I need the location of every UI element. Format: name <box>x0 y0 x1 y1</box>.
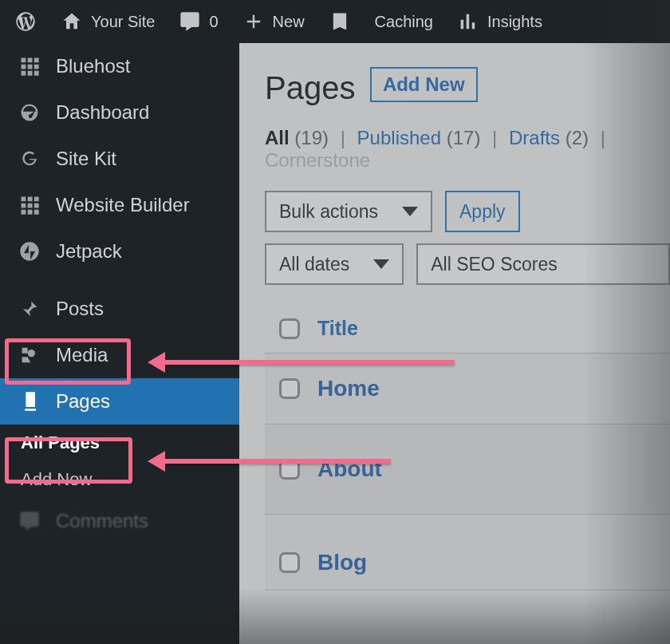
bars-icon <box>457 10 479 33</box>
select-all-checkbox[interactable] <box>279 318 300 339</box>
arrow-to-pages <box>152 459 391 464</box>
sidebar-item-label: Comments <box>56 510 148 532</box>
sidebar-item-label: Dashboard <box>56 101 149 124</box>
sidebar-item-jetpack[interactable]: Jetpack <box>0 228 239 275</box>
column-title[interactable]: Title <box>317 317 358 340</box>
sidebar-item-label: Bluehost <box>56 55 130 77</box>
date-filter-select[interactable]: All dates <box>265 243 404 285</box>
main-content: Pages Add New All (19) | Published (17) … <box>239 43 670 644</box>
insights-label: Insights <box>487 13 542 31</box>
sidebar-item-label: Posts <box>56 298 104 320</box>
table-row[interactable]: Blog <box>265 515 670 591</box>
filter-published[interactable]: Published (17) <box>357 127 481 148</box>
sidebar-item-label: Site Kit <box>56 148 116 170</box>
apply-button[interactable]: Apply <box>445 191 520 232</box>
site-link[interactable]: Your Site <box>61 10 155 33</box>
row-checkbox[interactable] <box>279 552 300 573</box>
comment-icon <box>179 10 201 33</box>
site-label: Your Site <box>91 13 155 31</box>
filter-cornerstone[interactable]: Cornerstone <box>265 149 370 171</box>
yoast-link[interactable] <box>329 10 351 33</box>
grid-icon <box>18 193 41 217</box>
wordpress-icon <box>14 10 37 33</box>
sidebar-item-label: Pages <box>56 390 110 413</box>
sidebar-item-media[interactable]: Media <box>0 332 239 378</box>
sidebar-item-bluehost[interactable]: Bluehost <box>0 43 239 89</box>
comment-icon <box>18 509 41 533</box>
sidebar-item-label: Website Builder <box>56 194 190 216</box>
row-checkbox[interactable] <box>279 378 300 399</box>
page-link[interactable]: Home <box>317 376 380 401</box>
sidebar-item-pages[interactable]: Pages <box>0 378 239 425</box>
sidebar-item-posts[interactable]: Posts <box>0 286 239 332</box>
sidebar-item-website-builder[interactable]: Website Builder <box>0 182 239 228</box>
jetpack-icon <box>18 239 41 263</box>
new-content-link[interactable]: New <box>242 10 305 33</box>
admin-toolbar: Your Site 0 New Caching Insights <box>0 0 670 43</box>
sidebar-sub-add-new[interactable]: Add New <box>0 461 239 498</box>
pages-table: Title Home About Blog <box>265 304 670 591</box>
page-title: Pages <box>265 70 355 106</box>
page-link[interactable]: Blog <box>317 550 367 575</box>
filter-all[interactable]: All (19) <box>265 127 329 148</box>
filter-drafts[interactable]: Drafts (2) <box>509 127 589 148</box>
admin-sidebar: Bluehost Dashboard Site Kit Website Buil… <box>0 43 239 644</box>
media-icon <box>18 343 41 367</box>
sidebar-item-sitekit[interactable]: Site Kit <box>0 136 239 182</box>
g-icon <box>18 147 41 171</box>
table-header: Title <box>265 304 670 354</box>
comments-link[interactable]: 0 <box>179 10 218 33</box>
seo-filter-select[interactable]: All SEO Scores <box>416 243 670 285</box>
bulk-actions-select[interactable]: Bulk actions <box>265 191 432 232</box>
sidebar-sub-all-pages[interactable]: All Pages <box>0 425 239 461</box>
wp-logo[interactable] <box>14 10 37 33</box>
arrow-to-posts <box>152 360 455 365</box>
sidebar-item-label: Media <box>56 344 108 366</box>
sidebar-item-label: Jetpack <box>56 240 122 263</box>
comments-count: 0 <box>209 13 218 31</box>
plus-icon <box>242 10 265 33</box>
home-icon <box>61 10 83 33</box>
grid-icon <box>18 54 41 78</box>
add-new-button[interactable]: Add New <box>370 67 478 102</box>
gauge-icon <box>18 101 41 124</box>
pin-icon <box>18 297 41 321</box>
pages-icon <box>18 389 41 413</box>
insights-link[interactable]: Insights <box>457 10 542 33</box>
yoast-icon <box>329 10 351 33</box>
sidebar-item-comments[interactable]: Comments <box>0 498 239 544</box>
table-row[interactable]: About <box>265 425 670 515</box>
caching-label: Caching <box>375 13 433 31</box>
new-label: New <box>273 13 305 31</box>
status-filters: All (19) | Published (17) | Drafts (2) |… <box>265 127 670 172</box>
sidebar-item-dashboard[interactable]: Dashboard <box>0 89 239 136</box>
caching-link[interactable]: Caching <box>375 13 433 31</box>
